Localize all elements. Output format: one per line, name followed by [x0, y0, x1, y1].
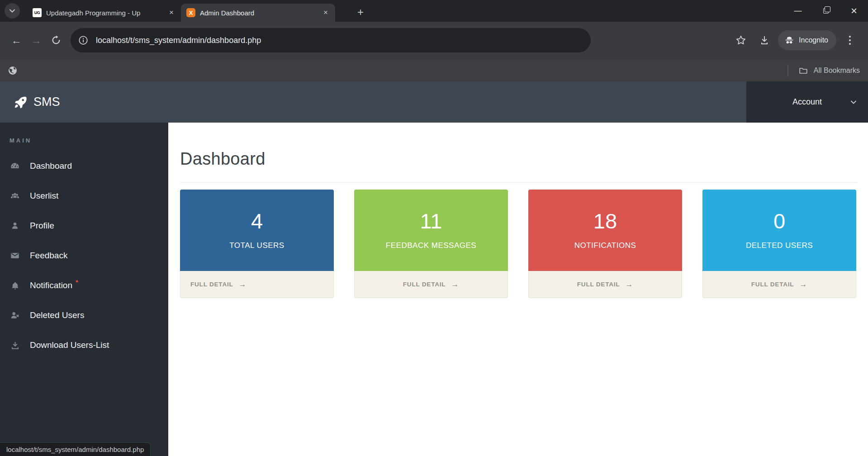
bookmarks-bar: All Bookmarks	[0, 59, 868, 81]
stat-label: TOTAL USERS	[229, 241, 284, 250]
sidebar-section-label: MAIN	[9, 137, 168, 144]
stat-cards: 4 TOTAL USERS FULL DETAIL → 11 FEEDBACK …	[180, 190, 857, 298]
download-icon	[10, 340, 20, 350]
brand-label: SMS	[33, 95, 60, 109]
stat-value: 0	[773, 210, 785, 232]
sidebar-item-label: Deleted Users	[30, 310, 84, 320]
full-detail-link[interactable]: FULL DETAIL →	[354, 271, 508, 298]
xampp-favicon-icon: X	[186, 8, 195, 17]
sidebar-item-label: Profile	[30, 221, 54, 231]
tab-close-icon[interactable]: ×	[322, 8, 330, 17]
sidebar-item-label: Feedback	[30, 251, 67, 261]
arrow-right-icon: →	[799, 280, 807, 289]
envelope-icon	[10, 251, 20, 261]
stat-card-total-users: 4 TOTAL USERS FULL DETAIL →	[180, 190, 334, 298]
sidebar-item-label: Notification	[30, 280, 72, 290]
full-detail-link[interactable]: FULL DETAIL →	[702, 271, 856, 298]
download-icon	[759, 35, 770, 46]
brand[interactable]: SMS	[14, 81, 60, 123]
new-tab-button[interactable]: +	[353, 5, 368, 20]
folder-icon	[798, 66, 808, 76]
sidebar-item-notification[interactable]: Notification *	[0, 271, 168, 300]
bookmark-star-button[interactable]	[731, 30, 751, 50]
full-detail-link[interactable]: FULL DETAIL →	[180, 271, 334, 298]
stat-card-body: 18 NOTIFICATIONS	[528, 190, 682, 271]
reload-button[interactable]	[46, 30, 66, 50]
stat-card-body: 4 TOTAL USERS	[180, 190, 334, 271]
chevron-down-icon	[850, 99, 857, 106]
sidebar-item-label: Dashboard	[30, 161, 72, 171]
full-detail-label: FULL DETAIL	[751, 281, 794, 288]
user-x-icon	[10, 310, 20, 320]
address-bar[interactable]: localhost/t/sms_system/admin/dashboard.p…	[71, 28, 591, 52]
sidebar-item-deleted-users[interactable]: Deleted Users	[0, 300, 168, 330]
all-bookmarks-label: All Bookmarks	[814, 66, 860, 75]
sidebar-item-dashboard[interactable]: Dashboard	[0, 151, 168, 181]
restore-icon	[823, 8, 829, 14]
downloads-button[interactable]	[754, 30, 774, 50]
kebab-menu-icon	[843, 36, 857, 45]
close-button[interactable]: ×	[840, 0, 868, 22]
page-title: Dashboard	[180, 149, 857, 169]
users-icon	[10, 191, 20, 201]
all-bookmarks-button[interactable]: All Bookmarks	[787, 65, 860, 76]
full-detail-label: FULL DETAIL	[190, 281, 233, 288]
minimize-button[interactable]: —	[784, 0, 812, 22]
account-dropdown[interactable]: Account	[746, 81, 868, 123]
tab-admin-dashboard[interactable]: X Admin Dashboard ×	[181, 4, 335, 22]
tab-title: Admin Dashboard	[200, 9, 317, 17]
sidebar-item-userlist[interactable]: Userlist	[0, 181, 168, 211]
toolbar-right: Incognito	[731, 30, 860, 50]
sidebar-item-label: Download Users-List	[30, 340, 109, 350]
stat-card-deleted-users: 0 DELETED USERS FULL DETAIL →	[702, 190, 856, 298]
user-icon	[10, 221, 20, 231]
arrow-right-icon: →	[239, 280, 247, 289]
stat-value: 18	[593, 210, 617, 232]
chevron-down-icon	[9, 8, 15, 14]
gauge-icon	[10, 161, 20, 171]
url-text[interactable]: localhost/t/sms_system/admin/dashboard.p…	[96, 36, 261, 45]
forward-button: →	[26, 30, 46, 50]
stat-label: NOTIFICATIONS	[574, 241, 636, 250]
browser-toolbar: ← → localhost/t/sms_system/admin/dashboa…	[0, 22, 868, 59]
window-controls: — ×	[784, 0, 868, 22]
rocket-icon	[14, 95, 27, 109]
globe-icon	[8, 66, 17, 75]
tab-close-icon[interactable]: ×	[167, 8, 175, 17]
status-url-text: localhost/t/sms_system/admin/dashboard.p…	[6, 446, 144, 453]
stat-value: 11	[420, 210, 442, 232]
account-label: Account	[792, 97, 822, 107]
browser-menu-button[interactable]	[840, 30, 860, 50]
stat-card-notifications: 18 NOTIFICATIONS FULL DETAIL →	[528, 190, 682, 298]
sidebar-item-download-users-list[interactable]: Download Users-List	[0, 330, 168, 360]
full-detail-label: FULL DETAIL	[403, 281, 446, 288]
sidebar-item-feedback[interactable]: Feedback	[0, 241, 168, 271]
browser-tab-strip: UG Updategadh Programming - Up × X Admin…	[0, 0, 868, 22]
info-icon	[78, 35, 88, 45]
main-content: Dashboard 4 TOTAL USERS FULL DETAIL → 11…	[168, 123, 868, 456]
stat-card-body: 0 DELETED USERS	[702, 190, 856, 271]
app-header: SMS Account	[0, 81, 868, 123]
tab-title: Updategadh Programming - Up	[46, 9, 163, 17]
sidebar-item-profile[interactable]: Profile	[0, 211, 168, 241]
arrow-right-icon: →	[625, 280, 633, 289]
stat-value: 4	[251, 210, 263, 232]
sidebar: MAIN Dashboard Userlist Profile Feedback…	[0, 123, 168, 456]
full-detail-link[interactable]: FULL DETAIL →	[528, 271, 682, 298]
stat-label: DELETED USERS	[746, 241, 813, 250]
incognito-icon	[784, 35, 794, 45]
arrow-right-icon: →	[451, 280, 459, 289]
tab-updategadh[interactable]: UG Updategadh Programming - Up ×	[27, 4, 181, 22]
stat-label: FEEDBACK MESSAGES	[386, 241, 476, 250]
restore-button[interactable]	[812, 0, 840, 22]
divider	[180, 182, 857, 183]
reload-icon	[51, 35, 61, 45]
full-detail-label: FULL DETAIL	[577, 281, 620, 288]
incognito-badge[interactable]: Incognito	[778, 30, 836, 50]
sidebar-item-label: Userlist	[30, 191, 58, 201]
bell-icon	[10, 280, 20, 290]
tab-search-button[interactable]	[5, 3, 20, 19]
site-info-button[interactable]	[74, 31, 92, 49]
back-button[interactable]: ←	[6, 30, 26, 50]
stat-card-body: 11 FEEDBACK MESSAGES	[354, 190, 508, 271]
